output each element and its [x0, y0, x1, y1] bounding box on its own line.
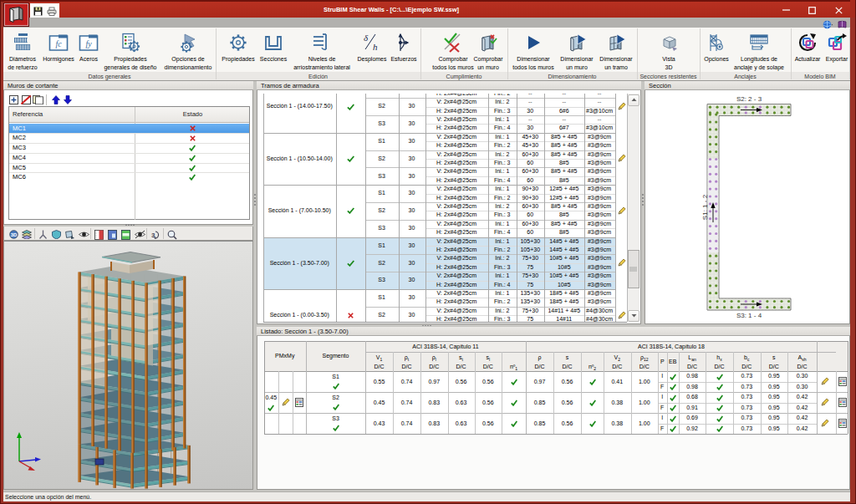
svg-text:δ: δ: [364, 33, 369, 43]
svg-text:fc: fc: [55, 39, 62, 48]
svg-text:3D: 3D: [11, 232, 18, 237]
svg-text:h: h: [373, 42, 378, 52]
svg-text:fy: fy: [85, 39, 92, 48]
